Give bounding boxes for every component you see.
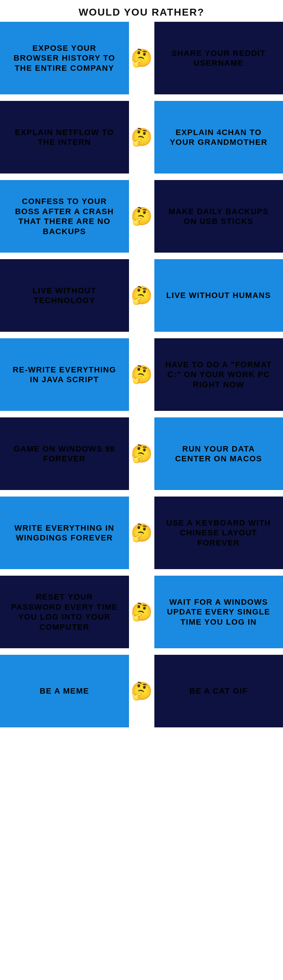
cell-left-4[interactable]: LIVE WITHOUT TECHNOLOGY	[0, 259, 129, 332]
cell-text-right-9: BE A CAT GIF	[190, 686, 248, 696]
thinking-emoji-4: 🤔	[129, 259, 154, 332]
question-row-6: GAME ON WINDOWS 98 FOREVER🤔RUN YOUR DATA…	[0, 417, 283, 490]
question-row-4: LIVE WITHOUT TECHNOLOGY🤔LIVE WITHOUT HUM…	[0, 259, 283, 332]
cell-left-1[interactable]: EXPOSE YOUR BROWSER HISTORY TO THE ENTIR…	[0, 22, 129, 94]
cell-right-8[interactable]: WAIT FOR A WINDOWS UPDATE EVERY SINGLE T…	[154, 576, 283, 648]
rows-container: EXPOSE YOUR BROWSER HISTORY TO THE ENTIR…	[0, 22, 283, 734]
cell-text-right-3: MAKE DAILY BACKUPS ON USB STICKS	[165, 207, 272, 226]
cell-text-left-2: EXPLAIN NETFLOW TO THE INTERN	[11, 127, 118, 147]
cell-text-right-8: WAIT FOR A WINDOWS UPDATE EVERY SINGLE T…	[165, 597, 272, 627]
thinking-emoji-2: 🤔	[129, 101, 154, 173]
cell-text-left-6: GAME ON WINDOWS 98 FOREVER	[11, 444, 118, 464]
cell-right-1[interactable]: SHARE YOUR REDDIT USERNAME	[154, 22, 283, 94]
cell-left-2[interactable]: EXPLAIN NETFLOW TO THE INTERN	[0, 101, 129, 173]
cell-right-7[interactable]: USE A KEYBOARD WITH CHINESE LAYOUT FOREV…	[154, 496, 283, 569]
cell-text-left-7: WRITE EVERYTHING IN WINGDINGS FOREVER	[11, 523, 118, 543]
question-row-7: WRITE EVERYTHING IN WINGDINGS FOREVER🤔US…	[0, 496, 283, 569]
cell-text-right-5: HAVE TO DO A "FORMAT C:" ON YOUR WORK PC…	[165, 360, 272, 390]
thinking-emoji-5: 🤔	[129, 338, 154, 411]
question-row-5: RE-WRITE EVERYTHING IN JAVA SCRIPT🤔HAVE …	[0, 338, 283, 411]
cell-text-right-4: LIVE WITHOUT HUMANS	[166, 290, 271, 301]
cell-text-left-9: BE A MEME	[40, 686, 89, 696]
cell-text-left-4: LIVE WITHOUT TECHNOLOGY	[11, 286, 118, 305]
cell-right-9[interactable]: BE A CAT GIF	[154, 655, 283, 727]
cell-left-6[interactable]: GAME ON WINDOWS 98 FOREVER	[0, 417, 129, 490]
cell-text-left-3: CONFESS TO YOUR BOSS AFTER A CRASH THAT …	[11, 196, 118, 236]
cell-text-left-1: EXPOSE YOUR BROWSER HISTORY TO THE ENTIR…	[11, 43, 118, 73]
question-row-3: CONFESS TO YOUR BOSS AFTER A CRASH THAT …	[0, 180, 283, 253]
cell-left-8[interactable]: RESET YOUR PASSWORD EVERY TIME YOU LOG I…	[0, 576, 129, 648]
page-title: WOULD YOU RATHER?	[0, 0, 283, 22]
cell-right-2[interactable]: EXPLAIN 4CHAN TO YOUR GRANDMOTHER	[154, 101, 283, 173]
thinking-emoji-7: 🤔	[129, 496, 154, 569]
cell-right-3[interactable]: MAKE DAILY BACKUPS ON USB STICKS	[154, 180, 283, 253]
cell-text-left-5: RE-WRITE EVERYTHING IN JAVA SCRIPT	[11, 365, 118, 385]
cell-left-7[interactable]: WRITE EVERYTHING IN WINGDINGS FOREVER	[0, 496, 129, 569]
cell-right-6[interactable]: RUN YOUR DATA CENTER ON MACOS	[154, 417, 283, 490]
thinking-emoji-9: 🤔	[129, 655, 154, 727]
cell-text-right-6: RUN YOUR DATA CENTER ON MACOS	[165, 444, 272, 464]
cell-left-3[interactable]: CONFESS TO YOUR BOSS AFTER A CRASH THAT …	[0, 180, 129, 253]
question-row-8: RESET YOUR PASSWORD EVERY TIME YOU LOG I…	[0, 576, 283, 648]
cell-text-right-1: SHARE YOUR REDDIT USERNAME	[165, 48, 272, 68]
question-row-9: BE A MEME🤔BE A CAT GIF	[0, 655, 283, 727]
thinking-emoji-6: 🤔	[129, 417, 154, 490]
thinking-emoji-1: 🤔	[129, 22, 154, 94]
thinking-emoji-8: 🤔	[129, 576, 154, 648]
thinking-emoji-3: 🤔	[129, 180, 154, 253]
question-row-1: EXPOSE YOUR BROWSER HISTORY TO THE ENTIR…	[0, 22, 283, 94]
cell-right-5[interactable]: HAVE TO DO A "FORMAT C:" ON YOUR WORK PC…	[154, 338, 283, 411]
cell-left-5[interactable]: RE-WRITE EVERYTHING IN JAVA SCRIPT	[0, 338, 129, 411]
cell-left-9[interactable]: BE A MEME	[0, 655, 129, 727]
question-row-2: EXPLAIN NETFLOW TO THE INTERN🤔EXPLAIN 4C…	[0, 101, 283, 173]
cell-text-right-7: USE A KEYBOARD WITH CHINESE LAYOUT FOREV…	[165, 518, 272, 548]
cell-text-right-2: EXPLAIN 4CHAN TO YOUR GRANDMOTHER	[165, 127, 272, 147]
cell-right-4[interactable]: LIVE WITHOUT HUMANS	[154, 259, 283, 332]
cell-text-left-8: RESET YOUR PASSWORD EVERY TIME YOU LOG I…	[11, 592, 118, 632]
